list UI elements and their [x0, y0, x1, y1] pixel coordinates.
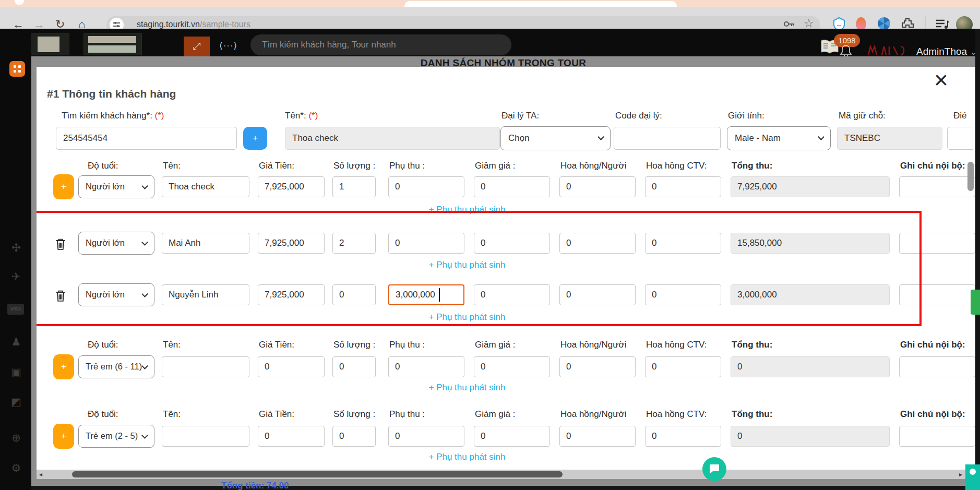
- surcharge-link[interactable]: + Phụ thu phát sinh: [389, 260, 545, 270]
- total-input[interactable]: [731, 284, 890, 305]
- customer-name-input[interactable]: [285, 127, 500, 150]
- quantity-input[interactable]: [332, 233, 376, 254]
- outer-modal-titlebar: DANH SÁCH NHÓM TRONG TOUR: [31, 56, 975, 67]
- surcharge-link[interactable]: + Phụ thu phát sinh: [389, 383, 545, 393]
- add-row-button[interactable]: +: [53, 424, 74, 449]
- bell-icon[interactable]: [839, 44, 853, 57]
- discount-input[interactable]: [474, 356, 550, 377]
- lens-extension-icon[interactable]: [878, 17, 890, 30]
- commission-ctv-input[interactable]: [645, 176, 721, 197]
- surcharge-link[interactable]: + Phụ thu phát sinh: [389, 452, 545, 462]
- sidebar-item-courier-icon[interactable]: ♟: [9, 336, 23, 348]
- quantity-input[interactable]: [332, 284, 376, 305]
- sidebar-item-visa-icon[interactable]: VISA: [7, 304, 24, 315]
- passenger-name-input[interactable]: [162, 233, 249, 254]
- delete-row-icon[interactable]: [55, 237, 66, 250]
- commission-per-person-input[interactable]: [559, 176, 636, 197]
- side-green-tab[interactable]: [971, 290, 980, 315]
- close-icon[interactable]: ×: [934, 68, 948, 92]
- passenger-name-input[interactable]: [162, 356, 249, 377]
- discount-input[interactable]: [474, 284, 550, 305]
- total-input[interactable]: [731, 176, 890, 197]
- price-input[interactable]: [258, 356, 325, 377]
- age-group-select[interactable]: Trẻ em (2 - 5): [78, 425, 154, 448]
- active-tab[interactable]: [404, 1, 677, 7]
- agency-select[interactable]: Chọn: [500, 126, 611, 150]
- sidebar-item-settings-icon[interactable]: ⚙: [9, 462, 23, 474]
- total-input[interactable]: [731, 356, 890, 377]
- surcharge-input[interactable]: [388, 356, 464, 377]
- internal-note-input[interactable]: [899, 356, 975, 377]
- commission-ctv-input[interactable]: [645, 356, 721, 377]
- quantity-input[interactable]: [332, 176, 376, 197]
- discount-input[interactable]: [474, 233, 550, 254]
- add-row-button[interactable]: +: [53, 174, 74, 199]
- global-search-input[interactable]: Tìm kiếm khách hàng, Tour nhanh: [250, 34, 511, 55]
- add-row-button[interactable]: +: [53, 354, 74, 379]
- vertical-scroll-thumb[interactable]: [967, 162, 974, 191]
- quantity-input[interactable]: [332, 426, 376, 447]
- preview-thumbnail[interactable]: [30, 33, 69, 55]
- age-group-select[interactable]: Trẻ em (6 - 11): [78, 355, 154, 378]
- discount-input[interactable]: [474, 176, 550, 197]
- price-input[interactable]: [258, 426, 325, 447]
- code-icon[interactable]: ⟨···⟩: [219, 40, 237, 51]
- gender-select[interactable]: Male - Nam: [727, 126, 831, 150]
- passenger-name-input[interactable]: [162, 426, 249, 447]
- scroll-right-arrow[interactable]: ▸: [959, 471, 962, 478]
- sidebar-item-globe-icon[interactable]: ⊕: [9, 432, 23, 444]
- passenger-name-input[interactable]: [162, 176, 249, 197]
- internal-note-input[interactable]: [899, 284, 975, 305]
- chat-widget-button[interactable]: [702, 457, 726, 481]
- sidebar-item-network-icon[interactable]: ✣: [9, 242, 23, 254]
- age-group-select[interactable]: Người lớn: [78, 283, 154, 306]
- corner-widget[interactable]: [965, 464, 980, 490]
- surcharge-input[interactable]: [388, 176, 464, 197]
- search-customer-input[interactable]: [56, 127, 237, 150]
- total-input[interactable]: [731, 233, 890, 254]
- commission-per-person-input[interactable]: [559, 233, 636, 254]
- surcharge-input[interactable]: [388, 426, 464, 447]
- preview-thumbnail[interactable]: [83, 33, 142, 55]
- horizontal-scroll-thumb[interactable]: [72, 471, 563, 477]
- horizontal-scrollbar[interactable]: ◂ ▸: [37, 470, 975, 479]
- price-input[interactable]: [258, 233, 325, 254]
- add-customer-button[interactable]: +: [243, 127, 267, 150]
- surcharge-link[interactable]: + Phụ thu phát sinh: [389, 312, 545, 322]
- sidebar-item-active[interactable]: [9, 61, 25, 77]
- clipped-extra-input[interactable]: [947, 127, 973, 150]
- search-customer-label: Tìm kiếm khách hàng*: (*): [62, 111, 164, 121]
- expand-icon[interactable]: ⤢: [184, 37, 210, 56]
- user-menu[interactable]: AdminThoa⌄: [916, 46, 976, 57]
- delete-row-icon[interactable]: [55, 289, 66, 302]
- age-group-select[interactable]: Người lớn: [78, 232, 154, 255]
- commission-per-person-input[interactable]: [559, 426, 636, 447]
- quantity-input[interactable]: [332, 356, 376, 377]
- price-input[interactable]: [258, 176, 325, 197]
- sidebar-item-bus-icon[interactable]: ▣: [9, 366, 23, 378]
- surcharge-input-focused[interactable]: [388, 284, 464, 305]
- booking-code-input[interactable]: [837, 127, 942, 150]
- commission-per-person-input[interactable]: [559, 284, 636, 305]
- surcharge-input[interactable]: [388, 233, 464, 254]
- surcharge-link[interactable]: + Phụ thu phát sinh: [389, 205, 545, 215]
- commission-ctv-input[interactable]: [645, 426, 721, 447]
- discount-input[interactable]: [474, 426, 550, 447]
- sidebar-item-flight-icon[interactable]: ✈: [9, 270, 23, 283]
- commission-ctv-input[interactable]: [645, 233, 721, 254]
- commission-ctv-input[interactable]: [645, 284, 721, 305]
- internal-note-input[interactable]: [899, 233, 975, 254]
- scroll-left-arrow[interactable]: ◂: [39, 471, 42, 478]
- flame-extension-icon[interactable]: [856, 17, 866, 30]
- toolbar-separator: [925, 16, 926, 30]
- agency-code-input[interactable]: [614, 127, 721, 150]
- age-group-select[interactable]: Người lớn: [78, 175, 154, 198]
- passenger-name-input[interactable]: [162, 284, 249, 305]
- total-input[interactable]: [731, 426, 890, 447]
- sidebar-item-chat-icon[interactable]: ◩: [9, 396, 23, 408]
- commission-per-person-input[interactable]: [559, 356, 636, 377]
- internal-note-input[interactable]: [899, 176, 975, 197]
- price-input[interactable]: [258, 284, 325, 305]
- url-text[interactable]: staging.tourkit.vn/sample-tours: [137, 20, 250, 29]
- internal-note-input[interactable]: [899, 426, 975, 447]
